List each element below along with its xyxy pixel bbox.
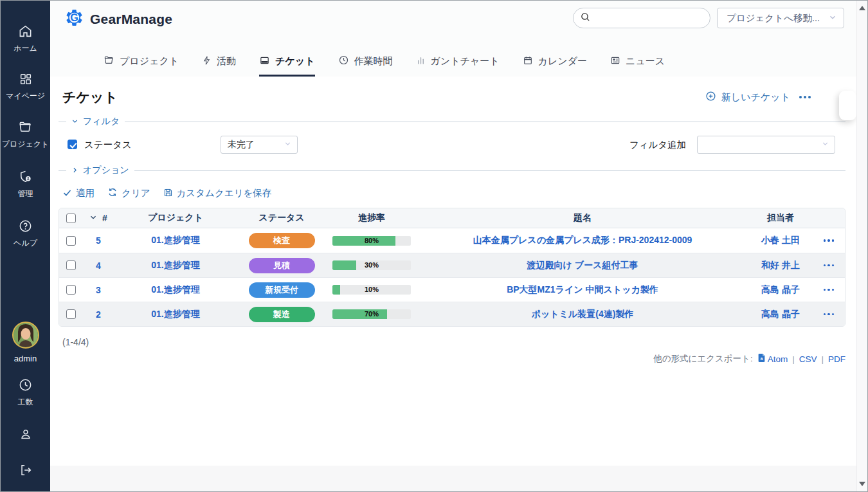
add-filter-label: フィルタ追加 (629, 139, 686, 151)
sidebar-item-logout[interactable] (19, 463, 33, 477)
ticket-id-link[interactable]: 5 (96, 235, 101, 246)
row-checkbox[interactable] (66, 260, 76, 270)
check-icon (62, 188, 72, 199)
folder-icon (18, 120, 33, 134)
select-all-checkbox[interactable] (66, 214, 76, 223)
atom-file-icon: a (757, 354, 766, 365)
row-checkbox[interactable] (66, 285, 76, 295)
apply-button[interactable]: 適用 (62, 187, 95, 199)
more-actions-icon[interactable] (799, 96, 811, 98)
brand[interactable]: G GearManage (64, 8, 172, 30)
search-icon (580, 12, 591, 25)
filter-legend-label: フィルタ (83, 116, 120, 127)
sidebar-item-profile[interactable] (19, 427, 33, 441)
filter-toggle[interactable]: フィルタ (66, 116, 125, 127)
assignee-link[interactable]: 小春 土田 (761, 235, 800, 246)
clear-button[interactable]: クリア (107, 187, 150, 199)
col-header-assignee[interactable]: 担当者 (748, 212, 813, 224)
export-atom-link[interactable]: Atom (768, 354, 788, 364)
sidebar-item-mypage[interactable]: マイページ (6, 72, 45, 102)
clock-icon (338, 55, 349, 68)
clear-label: クリア (122, 187, 150, 199)
row-menu-icon[interactable] (824, 313, 835, 316)
scroll-up-arrow[interactable] (859, 6, 865, 10)
col-header-project[interactable]: プロジェクト (114, 212, 237, 224)
tab-tickets[interactable]: チケット (259, 55, 314, 77)
app-window: ホーム マイページ プロジェクト 管理 ヘルプ (0, 0, 868, 492)
sidebar-user[interactable]: admin (12, 322, 39, 363)
sidebar-item-label: マイページ (6, 91, 45, 102)
row-menu-icon[interactable] (824, 289, 835, 291)
subject-link[interactable]: ポットミル装置(4連)製作 (532, 309, 634, 320)
export-bar: 他の形式にエクスポート: a Atom | CSV | PDF (59, 353, 845, 365)
header-chevron-icon[interactable] (89, 213, 97, 223)
avatar[interactable] (12, 322, 39, 349)
export-csv-link[interactable]: CSV (799, 354, 817, 364)
project-link[interactable]: 01.進捗管理 (151, 309, 199, 320)
col-header-progress[interactable]: 進捗率 (327, 212, 417, 224)
status-filter-select[interactable]: 未完了 (221, 136, 298, 154)
assignee-link[interactable]: 高島 晶子 (761, 309, 800, 320)
add-filter-select[interactable] (697, 136, 835, 154)
assignee-link[interactable]: 高島 晶子 (761, 284, 800, 296)
row-menu-icon[interactable] (824, 239, 835, 242)
status-badge: 製造 (249, 307, 315, 322)
global-search[interactable] (573, 8, 710, 28)
row-checkbox[interactable] (66, 309, 76, 319)
search-input[interactable] (595, 13, 703, 23)
calendar-icon (523, 55, 533, 68)
tab-spent-time[interactable]: 作業時間 (338, 55, 393, 77)
tab-news[interactable]: ニュース (610, 55, 665, 77)
new-ticket-button[interactable]: 新しいチケット (705, 91, 811, 104)
row-menu-icon[interactable] (824, 264, 835, 267)
sidebar-item-hours[interactable]: 工数 (18, 378, 33, 408)
table-header-row: # プロジェクト ステータス 進捗率 題名 担当者 (59, 208, 845, 228)
project-link[interactable]: 01.進捗管理 (151, 260, 199, 271)
status-filter-value: 未完了 (228, 139, 255, 150)
tab-calendar[interactable]: カレンダー (523, 55, 587, 77)
subject-link[interactable]: 渡辺殿向け ブース組付工事 (527, 260, 638, 271)
home-icon (18, 24, 33, 39)
scrollbar[interactable] (856, 1, 867, 491)
subject-link[interactable]: BP大型MZ1ライン 中間ストッカ製作 (507, 284, 658, 296)
options-toggle[interactable]: オプション (66, 165, 134, 176)
sidebar-item-home[interactable]: ホーム (14, 24, 37, 54)
ticket-id-link[interactable]: 2 (96, 309, 101, 320)
col-header-subject[interactable]: 題名 (417, 212, 748, 224)
project-link[interactable]: 01.進捗管理 (151, 284, 199, 296)
tab-gantt[interactable]: ガントチャート (416, 55, 500, 77)
status-filter-checkbox[interactable] (68, 140, 77, 149)
save-query-button[interactable]: カスタムクエリを保存 (163, 187, 272, 199)
ticket-id-link[interactable]: 3 (96, 285, 101, 295)
sidebar-item-label: プロジェクト (2, 139, 50, 150)
separator: | (792, 354, 795, 364)
page-title: チケット (62, 88, 118, 106)
progress-value: 10% (332, 285, 411, 295)
assignee-link[interactable]: 和好 井上 (761, 260, 800, 271)
sidebar-item-admin[interactable]: 管理 (18, 169, 33, 199)
person-icon (19, 427, 33, 441)
tab-projects[interactable]: プロジェクト (104, 55, 179, 77)
subject-link[interactable]: 山本金属プレスの金属プレス成形：PRJ-202412-0009 (473, 235, 692, 246)
scroll-down-arrow[interactable] (859, 482, 865, 486)
side-panel-handle[interactable] (839, 91, 856, 120)
tab-label: ニュース (626, 55, 665, 68)
ticket-id-link[interactable]: 4 (96, 260, 101, 271)
progress-bar: 70% (332, 309, 411, 319)
apply-label: 適用 (76, 187, 95, 199)
sidebar-item-label: ヘルプ (14, 238, 37, 249)
col-header-status[interactable]: ステータス (237, 212, 327, 224)
project-link[interactable]: 01.進捗管理 (151, 235, 199, 246)
goto-project-select[interactable]: プロジェクトへ移動... (717, 8, 844, 28)
brand-name: GearManage (90, 12, 172, 27)
col-header-id[interactable]: # (102, 213, 107, 223)
new-ticket-label: 新しいチケット (721, 91, 790, 104)
tab-activity[interactable]: 活動 (202, 55, 236, 77)
lightning-icon (202, 55, 212, 68)
tab-label: 作業時間 (354, 55, 393, 68)
row-checkbox[interactable] (66, 236, 76, 246)
main-content: チケット 新しいチケット フィルタ ステータス 未完了 フィルタ追 (50, 77, 856, 466)
sidebar-item-help[interactable]: ヘルプ (14, 219, 37, 249)
sidebar-item-projects[interactable]: プロジェクト (2, 120, 50, 150)
export-pdf-link[interactable]: PDF (828, 354, 845, 364)
